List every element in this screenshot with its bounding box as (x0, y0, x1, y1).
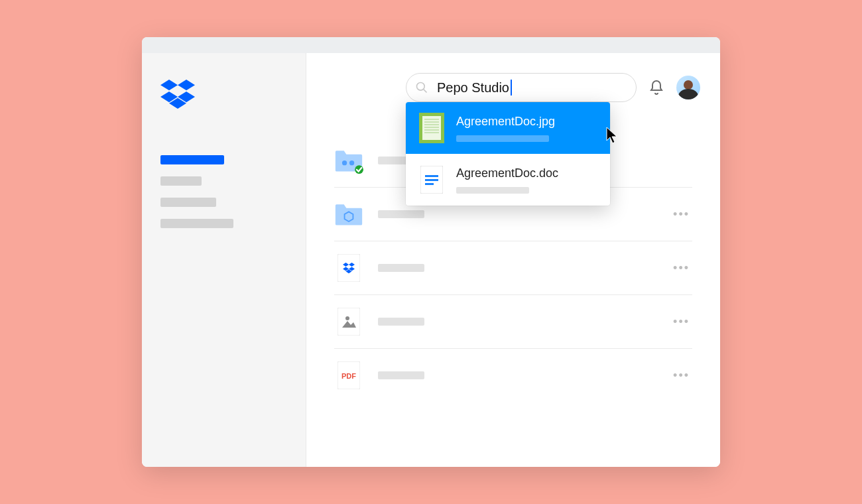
search-result-subtitle-placeholder (456, 135, 549, 142)
sidebar-item-active[interactable] (160, 155, 224, 164)
svg-point-20 (349, 160, 354, 165)
more-actions-button[interactable]: ••• (673, 261, 692, 275)
mouse-cursor-icon (605, 126, 619, 145)
search-value: Pepo Studio (437, 80, 509, 95)
search-wrap: Pepo Studio (406, 73, 637, 102)
svg-line-6 (424, 90, 427, 93)
shared-folder-icon (334, 147, 363, 174)
bell-icon (648, 80, 664, 95)
file-name-placeholder (378, 264, 424, 272)
search-icon (415, 81, 428, 94)
user-avatar[interactable] (676, 76, 700, 99)
doc-file-icon (419, 164, 444, 195)
search-result-text: AgreementDoc.jpg (456, 115, 555, 142)
svg-rect-12 (424, 127, 439, 128)
folder-icon (334, 201, 363, 227)
image-file-icon (419, 113, 444, 143)
svg-point-19 (342, 160, 347, 165)
search-result-title: AgreementDoc.doc (456, 166, 558, 180)
list-item[interactable]: PDF ••• (334, 349, 692, 402)
svg-text:PDF: PDF (341, 372, 356, 380)
list-item[interactable]: ••• (334, 241, 692, 295)
svg-marker-1 (178, 80, 195, 90)
svg-marker-0 (160, 80, 178, 90)
svg-rect-18 (425, 183, 434, 185)
search-result-item[interactable]: AgreementDoc.doc (406, 154, 610, 206)
search-result-item[interactable]: AgreementDoc.jpg (406, 102, 610, 154)
svg-rect-17 (425, 179, 438, 181)
text-caret (511, 80, 512, 95)
svg-rect-29 (338, 308, 360, 336)
more-actions-button[interactable]: ••• (673, 315, 692, 329)
svg-point-30 (345, 316, 349, 320)
image-file-icon (334, 308, 363, 335)
dropbox-logo-icon (160, 80, 195, 109)
more-actions-button[interactable]: ••• (673, 208, 692, 221)
svg-point-5 (417, 83, 425, 91)
svg-rect-13 (424, 129, 439, 131)
svg-rect-23 (338, 254, 360, 282)
topbar: Pepo Studio (306, 73, 720, 102)
file-name-placeholder (378, 210, 424, 218)
main-panel: Pepo Studio (306, 53, 720, 467)
list-item[interactable]: ••• (334, 295, 692, 349)
file-name-placeholder (378, 318, 424, 326)
pdf-file-icon: PDF (334, 362, 363, 389)
window-titlebar (142, 37, 720, 53)
more-actions-button[interactable]: ••• (673, 369, 692, 383)
sidebar-item[interactable] (160, 176, 202, 186)
search-result-subtitle-placeholder (456, 187, 529, 194)
app-window: Pepo Studio (142, 37, 720, 467)
search-result-title: AgreementDoc.jpg (456, 115, 555, 129)
dropbox-file-icon (334, 255, 363, 281)
svg-rect-16 (425, 175, 438, 177)
search-results-dropdown: AgreementDoc.jpg AgreementD (406, 102, 610, 206)
svg-rect-9 (424, 119, 439, 120)
sidebar-item[interactable] (160, 219, 233, 228)
notifications-button[interactable] (648, 80, 664, 95)
search-input[interactable]: Pepo Studio (406, 73, 637, 102)
svg-rect-11 (424, 124, 439, 125)
file-name-placeholder (378, 371, 424, 379)
app-body: Pepo Studio (142, 53, 720, 467)
search-result-text: AgreementDoc.doc (456, 166, 558, 194)
sidebar-item[interactable] (160, 198, 216, 207)
sidebar (142, 53, 306, 467)
svg-rect-10 (424, 121, 439, 123)
svg-rect-14 (424, 132, 439, 133)
